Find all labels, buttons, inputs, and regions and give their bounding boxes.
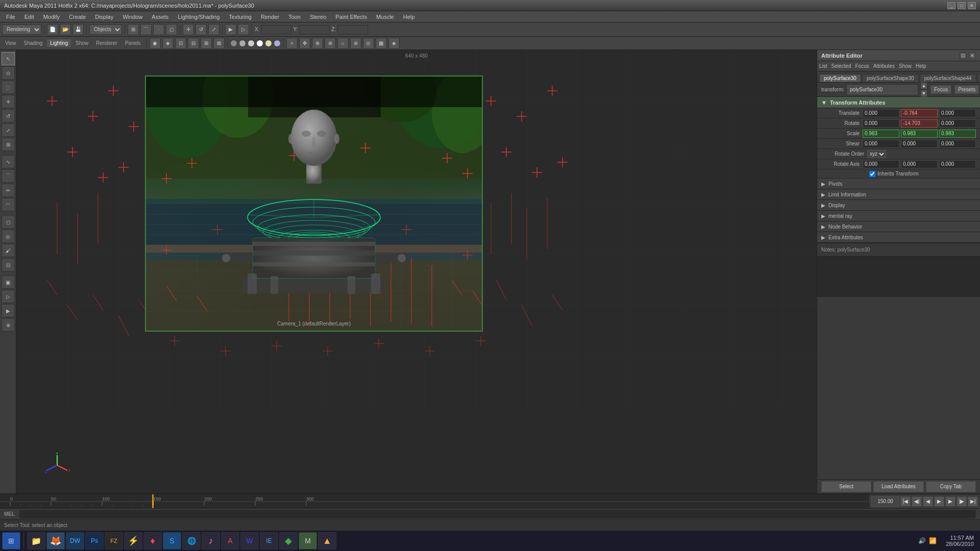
move-btn[interactable]: ✛ — [183, 24, 194, 35]
show-tab[interactable]: Show — [72, 39, 91, 47]
menu-paint-effects[interactable]: Paint Effects — [331, 13, 371, 21]
pivots-header[interactable]: ▶ Pivots — [817, 179, 980, 189]
scale-y-field[interactable]: 0.983 — [901, 130, 938, 138]
show-manip-btn[interactable]: ⊡ — [2, 258, 15, 271]
extra-attributes-header[interactable]: ▶ Extra Attributes — [817, 232, 980, 242]
node-up-btn[interactable]: ▲ — [920, 82, 927, 89]
vp-btn-5[interactable]: ⊞ — [201, 38, 212, 49]
save-scene-btn[interactable]: 💾 — [72, 24, 84, 35]
y-input[interactable] — [299, 25, 330, 34]
mel-input[interactable] — [19, 510, 976, 519]
taskbar-word[interactable]: W — [240, 532, 259, 549]
volume-icon[interactable]: 🔊 — [918, 537, 926, 544]
taskbar-fz[interactable]: FZ — [105, 532, 123, 549]
menu-help[interactable]: Help — [399, 13, 419, 21]
taskbar-skype[interactable]: S — [163, 532, 181, 549]
ep-curve-btn[interactable]: ⌒ — [2, 169, 15, 183]
prev-frame-btn[interactable]: ◀ — [923, 496, 933, 507]
next-frame-btn[interactable]: ▶ — [945, 496, 955, 507]
minimize-btn[interactable]: _ — [947, 2, 955, 9]
menu-toon[interactable]: Toon — [284, 13, 305, 21]
scale-btn[interactable]: ⤢ — [208, 24, 219, 35]
attr-menu-focus[interactable]: Focus — [855, 63, 869, 69]
lasso-select-btn[interactable]: ◌ — [2, 81, 15, 94]
menu-muscle[interactable]: Muscle — [372, 13, 398, 21]
prev-key-btn[interactable]: ◀| — [912, 496, 922, 507]
snap-surface-btn[interactable]: ◻ — [166, 24, 177, 35]
poly-create-btn[interactable]: ◻ — [2, 215, 15, 229]
presets-btn[interactable]: Presets — [954, 85, 979, 94]
taskbar-app7[interactable]: ♦ — [143, 532, 162, 549]
node-down-btn[interactable]: ▼ — [920, 90, 927, 97]
vp-btn-6[interactable]: ⊠ — [213, 38, 225, 49]
taskbar-dw[interactable]: DW — [66, 532, 84, 549]
mental-ray-header[interactable]: ▶ mental ray — [817, 211, 980, 221]
vp-shade-2[interactable] — [239, 40, 246, 47]
render-current-btn[interactable]: ▶ — [2, 304, 15, 317]
menu-create[interactable]: Create — [65, 13, 90, 21]
limit-info-header[interactable]: ▶ Limit Information — [817, 189, 980, 199]
taskbar-explorer[interactable]: 📁 — [27, 532, 45, 549]
attr-tab-polysurfaceshape44[interactable]: polySurfaceShape44 — [920, 74, 976, 82]
vp-shade-3[interactable] — [248, 40, 255, 47]
attr-tab-polysurfaceshape30[interactable]: polySurfaceShape30 — [862, 74, 919, 82]
sculpt-btn[interactable]: ◎ — [2, 230, 15, 243]
play-btn[interactable]: ▶ — [934, 496, 944, 507]
attr-menu-help[interactable]: Help — [916, 63, 926, 69]
network-icon[interactable]: 📶 — [929, 537, 937, 544]
menu-assets[interactable]: Assets — [148, 13, 173, 21]
maximize-btn[interactable]: □ — [958, 2, 966, 9]
rotate-order-dropdown[interactable]: xyz yzx zxy xzy yxz zyx — [867, 150, 886, 158]
rotate-z-field[interactable]: 0.000 — [939, 119, 976, 128]
vp-btn-1[interactable]: ◉ — [150, 38, 161, 49]
batch-render-btn[interactable]: ⊕ — [2, 318, 15, 332]
translate-y-field[interactable]: -0.764 — [901, 109, 938, 117]
taskbar-acrobat[interactable]: A — [221, 532, 239, 549]
scale-x-field[interactable]: 0.983 — [863, 130, 899, 138]
rotate-axis-z-field[interactable]: 0.000 — [939, 160, 976, 168]
taskbar-ie[interactable]: IE — [260, 532, 278, 549]
translate-x-field[interactable]: 0.000 — [863, 109, 899, 117]
menu-render[interactable]: Render — [257, 13, 283, 21]
timeline-ruler[interactable]: 0 50 100 150 200 250 300 — [0, 494, 869, 508]
display-header[interactable]: ▶ Display — [817, 200, 980, 210]
taskbar-ps[interactable]: Ps — [85, 532, 104, 549]
snap-point-btn[interactable]: · — [153, 24, 164, 35]
ipr-render-btn[interactable]: ▷ — [2, 290, 15, 303]
taskbar-maya[interactable]: M — [299, 532, 317, 549]
vp-shade-1[interactable] — [230, 40, 237, 47]
render-region-btn[interactable]: ▣ — [2, 276, 15, 289]
scale-tool-btn[interactable]: ⤢ — [2, 123, 15, 137]
select-tool-btn[interactable]: ↖ — [2, 52, 15, 65]
renderer-dropdown[interactable]: Rendering — [2, 24, 41, 35]
menu-modify[interactable]: Modify — [39, 13, 64, 21]
menu-edit[interactable]: Edit — [20, 13, 38, 21]
attr-menu-show[interactable]: Show — [899, 63, 912, 69]
grid-background[interactable]: 640 x 480 — [16, 50, 817, 493]
vp-shade-5[interactable] — [265, 40, 272, 47]
x-input[interactable] — [261, 25, 291, 34]
taskbar-chrome[interactable]: 🌐 — [182, 532, 201, 549]
curve-tool-btn[interactable]: ∿ — [2, 155, 15, 168]
attr-tab-polysurface30[interactable]: polySurface30 — [819, 74, 861, 82]
taskbar-app14[interactable]: ◆ — [279, 532, 298, 549]
go-end-btn[interactable]: ▶| — [968, 496, 978, 507]
view-tab[interactable]: View — [2, 39, 19, 47]
rotate-x-field[interactable]: 0.000 — [863, 119, 899, 128]
shear-x-field[interactable]: 0.000 — [863, 140, 899, 148]
attr-menu-attributes[interactable]: Attributes — [873, 63, 895, 69]
taskbar-app6[interactable]: ⚡ — [124, 532, 142, 549]
snap-curve-btn[interactable]: ⌒ — [140, 24, 152, 35]
menu-texturing[interactable]: Texturing — [225, 13, 256, 21]
shear-z-field[interactable]: 0.000 — [939, 140, 976, 148]
rotate-tool-btn[interactable]: ↺ — [2, 109, 15, 122]
vp-extra-6[interactable]: ⊛ — [350, 38, 361, 49]
node-behavior-header[interactable]: ▶ Node Behavior — [817, 221, 980, 232]
go-start-btn[interactable]: |◀ — [900, 496, 911, 507]
vp-extra-1[interactable]: ⌗ — [286, 38, 298, 49]
vp-btn-2[interactable]: ◈ — [162, 38, 174, 49]
z-input[interactable] — [337, 25, 368, 34]
transform-attributes-section[interactable]: ▼ Transform Attributes — [817, 97, 980, 108]
node-name-input[interactable]: polySurface30 — [847, 85, 917, 94]
attr-close-btn[interactable]: ✕ — [969, 52, 976, 59]
